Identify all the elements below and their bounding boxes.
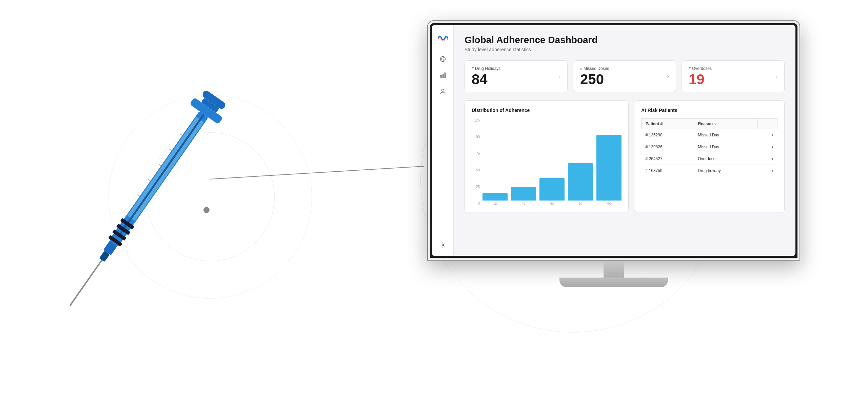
chart-title: Distribution of Adherence <box>472 108 622 113</box>
dashboard-header: Global Adherence Dashboard Study level a… <box>465 35 785 52</box>
panels-row: Distribution of Adherence 0 25 50 75 100 <box>465 100 785 212</box>
reason-4: Drug holiday <box>694 165 757 177</box>
y-label-75: 75 <box>472 152 480 155</box>
dashboard-title: Global Adherence Dashboard <box>465 35 785 45</box>
bar-40 <box>511 187 536 201</box>
stat-label-drug-holidays: # Drug Holidays <box>472 66 500 71</box>
stat-value-overdoses: 19 <box>689 72 712 87</box>
bar-label-lt20: <20 <box>492 202 497 205</box>
risk-table-header-row: Patient # Reason ∨ <box>642 119 777 129</box>
svg-line-8 <box>159 164 161 166</box>
stat-label-overdoses: # Overdoses <box>689 66 712 71</box>
globe-icon[interactable] <box>439 55 447 63</box>
svg-rect-13 <box>70 260 102 306</box>
svg-point-26 <box>442 244 443 246</box>
app-logo[interactable] <box>437 32 449 44</box>
chevron-right-icon-missed-doses: › <box>667 73 669 79</box>
svg-line-6 <box>180 134 182 135</box>
svg-rect-22 <box>440 75 441 78</box>
row-chevron-2: › <box>758 141 777 153</box>
risk-panel-title: At Risk Patients <box>641 108 777 113</box>
col-header-patient[interactable]: Patient # <box>642 119 694 129</box>
patient-id-2: # 139826 <box>642 141 694 153</box>
risk-table-body: # 135298 Missed Day › # 139826 Missed Da… <box>642 129 777 177</box>
table-row[interactable]: # 264527 Overdose › <box>642 153 777 165</box>
syringe-illustration <box>27 41 258 346</box>
bar-gt90 <box>596 135 622 201</box>
reason-2: Missed Day <box>694 141 757 153</box>
patient-id-1: # 135298 <box>642 129 694 141</box>
chart-y-labels: 0 25 50 75 100 125 <box>472 118 481 205</box>
gear-icon[interactable] <box>439 241 447 249</box>
sort-icon: ∨ <box>714 122 716 126</box>
stat-card-overdoses[interactable]: # Overdoses 19 › <box>682 60 785 92</box>
person-icon[interactable] <box>439 88 447 96</box>
row-chevron-3: › <box>758 153 777 165</box>
bar-group-80: 80 <box>568 163 593 205</box>
stat-card-missed-doses[interactable]: # Missed Doses 250 › <box>573 60 676 92</box>
stat-label-missed-doses: # Missed Doses <box>580 66 609 71</box>
col-header-reason[interactable]: Reason ∨ <box>694 119 757 129</box>
y-label-125: 125 <box>472 118 480 122</box>
patient-id-3: # 264527 <box>642 153 694 165</box>
stats-row: # Drug Holidays 84 › # Missed Doses 250 <box>465 60 785 92</box>
svg-rect-23 <box>442 74 443 78</box>
connector-dot <box>203 207 210 213</box>
table-row[interactable]: # 163759 Drug holiday › <box>642 165 777 177</box>
svg-line-7 <box>170 149 172 151</box>
bar-group-lt20: <20 <box>482 193 508 205</box>
row-chevron-1: › <box>758 129 777 141</box>
bar-group-40: 40 <box>511 187 536 205</box>
bar-label-80: 80 <box>579 202 582 205</box>
stat-card-left-missed-doses: # Missed Doses 250 <box>580 66 609 87</box>
svg-line-10 <box>138 194 140 196</box>
reason-1: Missed Day <box>694 129 757 141</box>
monitor-bezel: Global Adherence Dashboard Study level a… <box>430 23 797 258</box>
chevron-right-icon-overdoses: › <box>776 73 777 79</box>
bar-lt20 <box>482 193 508 201</box>
monitor-base <box>559 278 668 287</box>
bar-60 <box>539 178 565 201</box>
col-header-action <box>758 119 777 129</box>
svg-point-25 <box>441 89 444 92</box>
bar-label-40: 40 <box>522 202 525 205</box>
chart-bars-wrapper: 0 25 50 75 100 125 <box>472 118 622 205</box>
bar-80 <box>568 163 593 201</box>
monitor-screen: Global Adherence Dashboard Study level a… <box>432 25 795 256</box>
chart-panel: Distribution of Adherence 0 25 50 75 100 <box>465 100 629 212</box>
chart-bars-inner: <20 40 60 <box>482 118 622 205</box>
stat-card-left-drug-holidays: # Drug Holidays 84 <box>472 66 500 87</box>
monitor: Global Adherence Dashboard Study level a… <box>427 20 800 287</box>
risk-panel: At Risk Patients Patient # Reason ∨ <box>634 100 785 212</box>
chart-icon[interactable] <box>439 71 447 79</box>
risk-table: Patient # Reason ∨ <box>641 118 777 176</box>
svg-rect-5 <box>118 114 204 236</box>
chart-area: 0 25 50 75 100 125 <box>472 118 622 205</box>
syringe-svg <box>0 39 297 376</box>
y-label-0: 0 <box>472 202 480 205</box>
monitor-neck <box>604 261 624 278</box>
stat-value-missed-doses: 250 <box>580 72 609 87</box>
table-row[interactable]: # 135298 Missed Day › <box>642 129 777 141</box>
main-content: Global Adherence Dashboard Study level a… <box>454 25 795 256</box>
patient-id-4: # 163759 <box>642 165 694 177</box>
svg-line-9 <box>148 179 151 181</box>
row-chevron-4: › <box>758 165 777 177</box>
bar-group-gt90: >90 <box>596 135 622 205</box>
sidebar <box>432 25 454 256</box>
reason-3: Overdose <box>694 153 757 165</box>
chevron-right-icon-drug-holidays: › <box>559 73 560 79</box>
bar-label-gt90: >90 <box>606 202 611 205</box>
bar-group-60: 60 <box>539 178 565 205</box>
bar-label-60: 60 <box>550 202 554 205</box>
monitor-screen-area: Global Adherence Dashboard Study level a… <box>427 20 800 261</box>
stat-card-left-overdoses: # Overdoses 19 <box>689 66 712 87</box>
stat-value-drug-holidays: 84 <box>472 72 500 87</box>
dashboard-subtitle: Study level adherence statistics. <box>465 47 785 52</box>
table-row[interactable]: # 139826 Missed Day › <box>642 141 777 153</box>
y-label-50: 50 <box>472 168 480 172</box>
y-label-25: 25 <box>472 185 480 189</box>
svg-rect-24 <box>444 73 445 78</box>
stat-card-drug-holidays[interactable]: # Drug Holidays 84 › <box>465 60 568 92</box>
y-label-100: 100 <box>472 135 480 139</box>
